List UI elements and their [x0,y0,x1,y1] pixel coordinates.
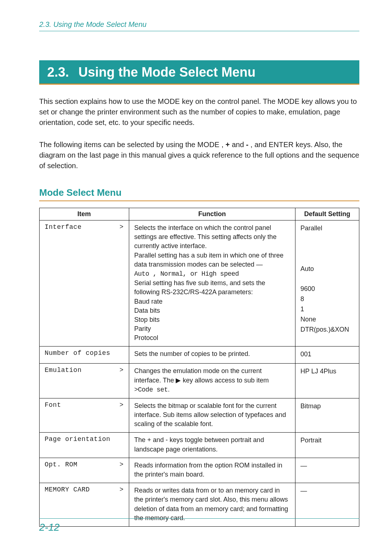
function-text: Selects the bitmap or scalable font for … [134,402,286,428]
key-label: - [246,141,249,149]
function-cell: The + and - keys toggle between portrait… [129,433,295,458]
table-row: Font>Selects the bitmap or scalable font… [40,398,359,433]
function-cell: Reads information from the option ROM in… [129,458,295,483]
function-mono: >Code set [134,386,168,393]
table-row: Opt. ROM>Reads information from the opti… [40,458,359,483]
key-label: + [225,141,230,149]
page-number: 2-12 [39,522,60,533]
function-mono: Auto , Normal, or High speed [134,270,239,278]
col-default: Default Setting [295,208,359,220]
item-cell: Emulation> [40,364,129,398]
function-text: Changes the emulation mode on the curren… [134,367,269,384]
key-label: MODE [277,97,299,105]
function-text: Sets the number of copies to be printed. [134,350,250,357]
col-item: Item [40,208,129,220]
text: , [220,141,226,149]
item-cell: Number of copies [40,347,129,364]
default-cell: HP LJ 4Plus [295,364,359,398]
submenu-arrow-icon: > [119,366,123,374]
table-row: Emulation>Changes the emulation mode on … [40,364,359,398]
function-text: Selects the interface on which the contr… [134,224,283,268]
intro-paragraph-1: This section explains how to use the MOD… [39,96,359,128]
function-text: . [168,386,170,393]
default-cell: Bitmap [295,398,359,433]
item-cell: Opt. ROM> [40,458,129,483]
item-label: Opt. ROM [45,461,77,468]
text: key on the control panel. The [180,97,278,105]
table-row: Page orientationThe + and - keys toggle … [40,433,359,458]
submenu-arrow-icon: > [119,486,123,493]
function-cell: Sets the number of copies to be printed. [129,347,295,364]
section-title: Using the Mode Select Menu [78,65,256,80]
key-label: ENTER [269,141,294,149]
section-heading: 2.3. Using the Mode Select Menu [39,60,359,85]
section-number: 2.3. [47,65,69,80]
function-cell: Selects the bitmap or scalable font for … [129,398,295,433]
col-function: Function [129,208,295,220]
item-cell: Page orientation [40,433,129,458]
item-label: Interface [45,223,82,231]
mode-select-table: Item Function Default Setting Interface>… [39,208,359,527]
function-text: Reads information from the option ROM in… [134,462,282,478]
table-header-row: Item Function Default Setting [40,208,359,220]
submenu-arrow-icon: > [119,223,123,231]
item-cell: Interface> [40,220,129,347]
text: This section explains how to use the [39,97,158,105]
page-footer: 2-12 [39,518,359,533]
table-row: Interface>Selects the interface on which… [40,220,359,347]
function-text: Serial setting has five sub items, and s… [134,279,265,341]
default-cell: — [295,458,359,483]
function-cell: Selects the interface on which the contr… [129,220,295,347]
item-label: Font [45,401,61,409]
function-text: The + and - keys toggle between portrait… [134,436,264,453]
item-cell: Font> [40,398,129,433]
item-label: Number of copies [45,349,110,357]
function-cell: Changes the emulation mode on the curren… [129,364,295,398]
intro-paragraph-2: The following items can be selected by u… [39,139,359,171]
function-text: Reads or writes data from or to an memor… [134,487,288,522]
table-row: Number of copiesSets the number of copie… [40,347,359,364]
submenu-arrow-icon: > [119,401,123,409]
text: The following items can be selected by u… [39,141,197,149]
default-cell: Portrait [295,433,359,458]
text: and [230,141,246,149]
text: , and [249,141,269,149]
item-label: Page orientation [45,436,110,443]
subheading: Mode Select Menu [39,187,359,201]
default-cell: Parallel Auto 9600 8 1 None DTR(pos.)&XO… [295,220,359,347]
item-label: Emulation [45,366,82,374]
running-header: 2.3. Using the Mode Select Menu [39,20,359,31]
submenu-arrow-icon: > [119,461,123,468]
key-label: MODE [158,97,180,105]
key-label: MODE [197,141,220,149]
item-label: MEMORY CARD [45,486,90,493]
default-cell: 001 [295,347,359,364]
